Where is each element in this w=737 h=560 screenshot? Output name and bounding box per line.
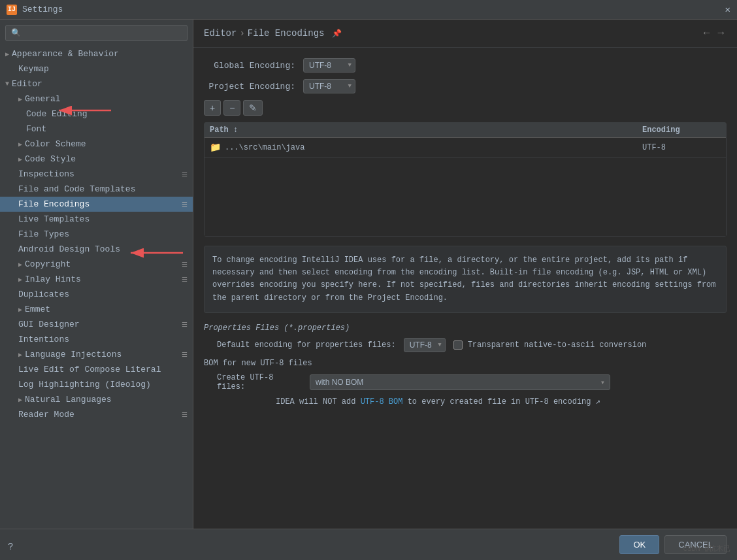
encoding-header: Encoding: [642, 125, 721, 135]
sidebar-item-copyright[interactable]: ▶ Copyright ☰: [0, 257, 193, 272]
global-encoding-select[interactable]: UTF-8: [303, 58, 355, 73]
footer: OK CANCEL: [0, 529, 737, 560]
bom-section: BOM for new UTF-8 files Create UTF-8 fil…: [204, 359, 727, 406]
transparent-label: Transparent native-to-ascii conversion: [468, 340, 647, 350]
bom-section-title: BOM for new UTF-8 files: [204, 359, 727, 368]
add-button[interactable]: +: [204, 100, 221, 116]
bom-info: IDEA will NOT add UTF-8 BOM to every cre…: [204, 397, 727, 406]
global-encoding-row: Global Encoding: UTF-8: [204, 58, 727, 73]
app-icon: IJ: [7, 5, 17, 15]
bom-select-wrapper: with NO BOM: [310, 374, 610, 390]
project-encoding-label: Project Encoding:: [204, 82, 295, 91]
title-bar: IJ Settings ✕: [0, 0, 737, 20]
project-encoding-select-wrapper: UTF-8: [303, 79, 355, 93]
remove-button[interactable]: −: [223, 100, 240, 116]
back-button[interactable]: ←: [701, 26, 713, 41]
expand-icon: ▶: [18, 306, 22, 314]
empty-table-area: [205, 157, 726, 236]
properties-encoding-row: Default encoding for properties files: U…: [204, 338, 727, 352]
breadcrumb: Editor › File Encodings 📌: [204, 28, 342, 39]
properties-section: Properties Files (*.properties) Default …: [204, 323, 727, 352]
props-encoding-select-wrapper: UTF-8: [404, 338, 446, 352]
bom-create-select[interactable]: with NO BOM: [310, 374, 610, 390]
properties-section-title: Properties Files (*.properties): [204, 323, 727, 333]
sidebar-item-emmet[interactable]: ▶ Emmet: [0, 302, 193, 317]
sidebar-item-editor[interactable]: ▼ Editor: [0, 76, 193, 91]
sidebar-item-language-injections[interactable]: ▶ Language Injections ☰: [0, 347, 193, 362]
transparent-checkbox[interactable]: [453, 340, 463, 350]
sidebar-item-inlay-hints[interactable]: ▶ Inlay Hints ☰: [0, 272, 193, 287]
table-row[interactable]: 📁 ...\src\main\java UTF-8: [205, 138, 726, 157]
forward-button[interactable]: →: [715, 26, 727, 41]
badge-icon: ☰: [182, 261, 188, 269]
utf8-bom-link[interactable]: UTF-8 BOM: [361, 397, 403, 406]
sidebar-item-appearance[interactable]: ▶ Appearance & Behavior: [0, 46, 193, 61]
default-encoding-label: Default encoding for properties files:: [217, 340, 396, 350]
badge-icon: ☰: [182, 411, 188, 419]
expand-icon: ▶: [18, 276, 22, 284]
expand-icon: ▶: [18, 261, 22, 269]
nav-arrows: ← →: [701, 26, 727, 41]
expand-icon: ▶: [18, 156, 22, 163]
props-encoding-select[interactable]: UTF-8: [404, 338, 446, 352]
sidebar-item-gui-designer[interactable]: GUI Designer ☰: [0, 317, 193, 332]
sidebar-item-android-design-tools[interactable]: Android Design Tools: [0, 242, 193, 257]
breadcrumb-separator: ›: [239, 28, 244, 39]
badge-icon: ☰: [182, 276, 188, 284]
expand-icon: ▶: [5, 50, 9, 58]
sidebar-item-general[interactable]: ▶ General: [0, 91, 193, 107]
table-header: Path ↕ Encoding: [205, 123, 726, 138]
search-input[interactable]: [25, 29, 182, 38]
bom-info-text2: to every created file in UTF-8 encoding: [408, 397, 591, 406]
sidebar-item-natural-languages[interactable]: ▶ Natural Languages: [0, 392, 193, 407]
sidebar-item-color-scheme[interactable]: ▶ Color Scheme: [0, 137, 193, 152]
sidebar-item-file-types[interactable]: File Types: [0, 227, 193, 242]
content-header: Editor › File Encodings 📌 ← →: [193, 20, 737, 48]
expand-icon: ▶: [18, 351, 22, 359]
close-button[interactable]: ✕: [725, 4, 730, 15]
edit-button[interactable]: ✎: [243, 100, 263, 116]
badge-icon: ☰: [182, 171, 188, 178]
sidebar-item-intentions[interactable]: Intentions: [0, 332, 193, 347]
ok-button[interactable]: OK: [619, 535, 659, 554]
path-header: Path ↕: [210, 125, 642, 135]
search-icon: 🔍: [11, 28, 21, 38]
info-text: To change encoding IntelliJ IDEA uses fo…: [212, 255, 716, 303]
sidebar-item-font[interactable]: Font: [0, 122, 193, 137]
badge-icon: ☰: [182, 321, 188, 329]
sidebar-item-inspections[interactable]: Inspections ☰: [0, 167, 193, 182]
title-bar-title: Settings: [22, 5, 63, 14]
sidebar-item-live-templates[interactable]: Live Templates: [0, 212, 193, 227]
badge-icon: ☰: [182, 351, 188, 359]
search-box[interactable]: 🔍: [5, 25, 188, 41]
content-panel: Editor › File Encodings 📌 ← → Global Enc…: [193, 20, 737, 529]
watermark: CSDN @杭木已: [683, 544, 730, 553]
project-encoding-row: Project Encoding: UTF-8: [204, 79, 727, 93]
sidebar: 🔍 ▶ Appearance & Behavior Keymap ▼ Edito…: [0, 20, 193, 529]
encoding-value: UTF-8: [642, 143, 721, 152]
pin-icon: 📌: [332, 29, 342, 39]
sidebar-item-file-code-templates[interactable]: File and Code Templates: [0, 182, 193, 197]
sidebar-item-code-style[interactable]: ▶ Code Style: [0, 152, 193, 167]
bom-select-row: Create UTF-8 files: with NO BOM: [204, 373, 727, 391]
help-button[interactable]: ?: [8, 542, 13, 552]
breadcrumb-current: File Encodings: [248, 28, 325, 39]
sidebar-item-log-highlighting[interactable]: Log Highlighting (Ideolog): [0, 377, 193, 392]
folder-icon: 📁: [210, 142, 221, 153]
sidebar-item-reader-mode[interactable]: Reader Mode ☰: [0, 407, 193, 422]
path-value: ...\src\main\java: [225, 143, 304, 152]
sidebar-item-live-edit[interactable]: Live Edit of Compose Literal: [0, 362, 193, 377]
sidebar-item-keymap[interactable]: Keymap: [0, 61, 193, 76]
bom-create-label: Create UTF-8 files:: [217, 373, 302, 391]
global-encoding-label: Global Encoding:: [204, 61, 295, 71]
encoding-table: Path ↕ Encoding 📁 ...\src\main\java UTF-…: [204, 122, 727, 237]
breadcrumb-parent: Editor: [204, 28, 237, 39]
sidebar-item-code-editing[interactable]: Code Editing: [0, 107, 193, 122]
badge-icon: ☰: [182, 201, 188, 208]
expand-icon: ▼: [5, 80, 9, 88]
sidebar-item-duplicates[interactable]: Duplicates: [0, 287, 193, 302]
sidebar-item-file-encodings[interactable]: File Encodings ☰: [0, 197, 193, 212]
bom-info-text: IDEA will NOT add: [276, 397, 355, 406]
project-encoding-select[interactable]: UTF-8: [303, 79, 355, 93]
expand-icon: ▶: [18, 140, 22, 148]
